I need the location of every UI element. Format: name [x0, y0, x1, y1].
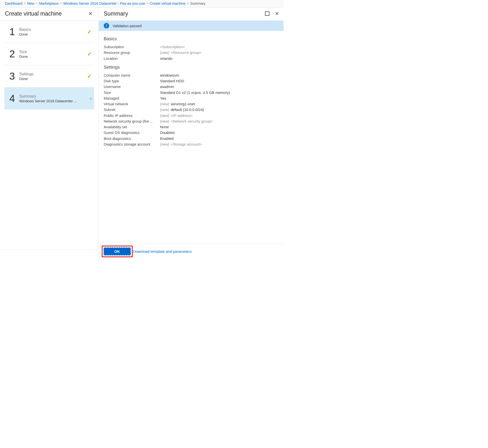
new-prefix: (new) — [160, 50, 169, 55]
kv-label: Virtual network — [104, 101, 160, 107]
close-icon[interactable]: ✕ — [274, 10, 280, 17]
new-prefix: (new) — [160, 102, 169, 106]
kv-row: Boot diagnosticsEnabled — [104, 136, 279, 141]
kv-value: asadmin — [160, 84, 174, 89]
new-prefix: (new) — [160, 119, 169, 123]
wizard-step[interactable]: 2SizeDone✓ — [4, 43, 94, 65]
check-icon: ✓ — [87, 73, 92, 80]
kv-row: Virtual network(new)winvmrg1-vnet — [104, 101, 279, 107]
new-prefix: (new) — [160, 142, 169, 146]
breadcrumb-item[interactable]: Marketplace — [39, 1, 59, 5]
kv-label: Public IP address — [104, 113, 160, 118]
ok-highlight: OK — [102, 246, 133, 257]
kv-value: (new)winvmrg1-vnet — [160, 101, 195, 107]
wizard-step[interactable]: 1BasicsDone✓ — [4, 21, 94, 43]
kv-label: Managed — [104, 95, 160, 101]
kv-label: Computer name — [104, 72, 160, 78]
kv-row: Network security group (fire…(new)<Netwo… — [104, 118, 279, 124]
right-panel-title: Summary — [104, 10, 128, 17]
new-prefix: (new) — [160, 107, 169, 112]
kv-value: None — [160, 124, 169, 130]
kv-value: orlando — [160, 56, 172, 61]
kv-value: Enabled — [160, 136, 174, 141]
kv-row: Public IP address(new)<IP address> — [104, 113, 279, 118]
kv-value: (new)<Network security group> — [160, 118, 213, 124]
restore-icon[interactable] — [265, 11, 269, 16]
chevron-right-icon: › — [90, 96, 92, 101]
kv-label: Diagnostics storage account — [104, 141, 160, 147]
step-number: 4 — [9, 93, 19, 104]
step-number: 1 — [9, 26, 19, 37]
kv-value: (new)<IP address> — [160, 113, 193, 118]
kv-label: Guest OS diagnostics — [104, 130, 160, 135]
right-panel: Summary ✕ i Validation passed BasicsSubs… — [99, 8, 284, 260]
kv-label: Network security group (fire… — [104, 118, 160, 124]
left-panel: Create virtual machine ✕ 1BasicsDone✓2Si… — [0, 8, 99, 260]
section-title: Settings — [104, 65, 279, 70]
step-label: Basics — [19, 27, 87, 32]
step-number: 3 — [9, 71, 19, 82]
kv-value: Standard D1 v2 (1 vcpus, 3.5 GB memory) — [160, 90, 230, 95]
kv-row: ManagedYes — [104, 95, 279, 101]
kv-label: Boot diagnostics — [104, 136, 160, 141]
step-sublabel: Windows Server 2016 Datacenter ... — [19, 99, 90, 103]
kv-row: Locationorlando — [104, 56, 279, 61]
kv-value: Standard HDD — [160, 78, 184, 84]
wizard-step[interactable]: 4SummaryWindows Server 2016 Datacenter .… — [4, 87, 94, 109]
chevron-right-icon: > — [146, 2, 148, 5]
close-icon[interactable]: ✕ — [87, 10, 94, 17]
chevron-right-icon: > — [187, 2, 189, 5]
check-icon: ✓ — [87, 29, 92, 35]
kv-label: Subscription — [104, 44, 160, 50]
kv-label: Subnet — [104, 107, 160, 112]
step-number: 2 — [9, 48, 19, 60]
kv-row: Disk typeStandard HDD — [104, 78, 279, 84]
left-panel-title: Create virtual machine — [5, 10, 62, 17]
kv-row: Computer namewindowsvm — [104, 72, 279, 78]
kv-label: Disk type — [104, 78, 160, 84]
kv-row: SizeStandard D1 v2 (1 vcpus, 3.5 GB memo… — [104, 90, 279, 95]
breadcrumb-item[interactable]: Create virtual machine — [150, 1, 185, 5]
kv-label: Resource group — [104, 50, 160, 55]
step-sublabel: Done — [19, 77, 87, 81]
validation-banner: i Validation passed — [99, 21, 284, 31]
kv-row: Resource group(new)<Resource group> — [104, 50, 279, 55]
step-sublabel: Done — [19, 32, 87, 36]
kv-row: Subscription<Subscription> — [104, 44, 279, 50]
breadcrumb-item[interactable]: Dashboard — [5, 1, 22, 5]
breadcrumb-item[interactable]: New — [27, 1, 34, 5]
step-label: Settings — [19, 72, 87, 76]
step-label: Summary — [19, 94, 90, 99]
wizard-step[interactable]: 3SettingsDone✓ — [4, 65, 94, 87]
kv-value: (new)<Resource group> — [160, 50, 202, 55]
kv-value: Disabled — [160, 130, 174, 135]
ok-button[interactable]: OK — [103, 247, 131, 256]
chevron-right-icon: > — [60, 2, 62, 5]
kv-row: Diagnostics storage account(new)<Storage… — [104, 141, 279, 147]
section-title: Basics — [104, 36, 279, 42]
kv-label: Availability set — [104, 124, 160, 130]
kv-value: windowsvm — [160, 72, 179, 78]
download-template-link[interactable]: Download template and parameters — [133, 249, 192, 254]
kv-value: (new)<Storage account> — [160, 141, 202, 147]
new-prefix: (new) — [160, 113, 169, 118]
info-icon: i — [104, 23, 109, 28]
kv-value: (new)default (10.0.0.0/24) — [160, 107, 204, 112]
kv-label: Location — [104, 56, 160, 61]
breadcrumb: Dashboard>New>Marketplace>Windows Server… — [0, 0, 284, 8]
kv-label: Size — [104, 90, 160, 95]
step-label: Size — [19, 50, 87, 54]
breadcrumb-item[interactable]: Windows Server 2016 Datacenter - Pay-as-… — [63, 1, 145, 5]
kv-value: Yes — [160, 95, 166, 101]
kv-row: Subnet(new)default (10.0.0.0/24) — [104, 107, 279, 112]
kv-value: <Subscription> — [160, 44, 185, 50]
chevron-right-icon: > — [36, 2, 38, 5]
validation-text: Validation passed — [113, 24, 142, 28]
breadcrumb-item: Summary — [190, 1, 205, 5]
kv-row: Availability setNone — [104, 124, 279, 130]
check-icon: ✓ — [87, 51, 92, 57]
kv-row: Guest OS diagnosticsDisabled — [104, 130, 279, 135]
chevron-right-icon: > — [24, 2, 26, 5]
kv-label: Username — [104, 84, 160, 89]
kv-row: Usernameasadmin — [104, 84, 279, 89]
